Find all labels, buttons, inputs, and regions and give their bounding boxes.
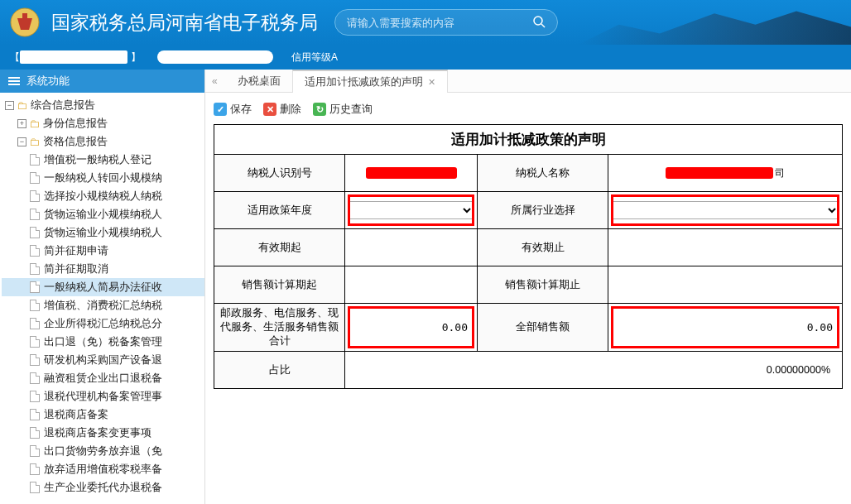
collapse-icon[interactable]: − — [5, 101, 14, 110]
folder-icon: 🗀 — [29, 118, 40, 130]
policy-year-select[interactable] — [348, 201, 474, 219]
label-policy-year: 适用政策年度 — [214, 192, 345, 228]
tree-leaf[interactable]: 货物运输业小规模纳税人 — [2, 205, 204, 223]
tree-leaf[interactable]: 一般纳税人简易办法征收 — [2, 278, 204, 296]
label-valid-from: 有效期起 — [214, 229, 345, 266]
redacted-value — [666, 167, 773, 179]
value-service-sales[interactable]: 0.00 — [345, 304, 478, 351]
app-title: 国家税务总局河南省电子税务局 — [51, 10, 318, 36]
label-sales-calc-from: 销售额计算期起 — [214, 266, 345, 303]
value-taxpayer-id — [345, 155, 478, 191]
label-valid-to: 有效期止 — [478, 229, 608, 266]
header-decoration — [578, 0, 851, 45]
tax-logo-icon — [8, 6, 41, 39]
save-icon: ✓ — [214, 103, 227, 116]
industry-select[interactable] — [611, 201, 839, 219]
tree-leaf[interactable]: 融资租赁企业出口退税备 — [2, 369, 204, 387]
file-icon — [30, 227, 40, 238]
label-ratio: 占比 — [214, 352, 345, 388]
history-icon: ↻ — [313, 103, 326, 116]
label-sales-calc-to: 销售额计算期止 — [478, 266, 608, 303]
tree-leaf[interactable]: 选择按小规模纳税人纳税 — [2, 187, 204, 205]
toolbar: ✓ 保存 ✕ 删除 ↻ 历史查询 — [214, 99, 843, 119]
file-icon — [30, 336, 40, 348]
redacted-value — [366, 167, 457, 179]
search-box[interactable] — [334, 9, 558, 36]
value-ratio: 0.00000000% — [345, 352, 842, 388]
file-icon — [30, 318, 40, 329]
svg-line-3 — [541, 24, 545, 27]
value-sales-calc-from[interactable] — [345, 266, 478, 303]
tree-leaf[interactable]: 简并征期申请 — [2, 242, 204, 260]
save-button[interactable]: ✓ 保存 — [214, 103, 252, 117]
file-icon — [30, 209, 40, 220]
file-icon — [30, 172, 40, 184]
collapse-icon[interactable]: − — [17, 137, 26, 146]
sidebar: 系统功能 − 🗀 综合信息报告 + 🗀 身份信息报告 − 🗀 资格信息报告 增值… — [0, 70, 205, 504]
tree-node-root[interactable]: − 🗀 综合信息报告 — [2, 96, 204, 114]
value-industry[interactable] — [608, 192, 842, 228]
tab-current[interactable]: 适用加计抵减政策的声明 ✕ — [292, 70, 448, 93]
tree-leaf[interactable]: 企业所得税汇总纳税总分 — [2, 314, 204, 333]
tree-leaf[interactable]: 退税代理机构备案管理事 — [2, 387, 204, 406]
grip-icon — [8, 77, 20, 85]
tree-leaf[interactable]: 退税商店备案 — [2, 406, 204, 424]
tree-leaf[interactable]: 货物运输业小规模纳税人 — [2, 223, 204, 242]
tree-leaf[interactable]: 放弃适用增值税零税率备 — [2, 460, 204, 478]
label-taxpayer-name: 纳税人名称 — [478, 155, 608, 191]
taxpayer-redacted — [20, 50, 127, 64]
file-icon — [30, 391, 40, 402]
file-icon — [30, 154, 40, 166]
folder-icon: 🗀 — [29, 136, 40, 148]
file-icon — [30, 409, 40, 420]
tree-leaf[interactable]: 退税商店备案变更事项 — [2, 424, 204, 442]
value-valid-from[interactable] — [345, 229, 478, 266]
delete-button[interactable]: ✕ 删除 — [263, 103, 301, 117]
file-icon — [30, 463, 40, 475]
bracket-right: 】 — [131, 50, 141, 65]
declaration-form: 适用加计抵减政策的声明 纳税人识别号 纳税人名称 司 适用政策年度 所属行业选择 — [214, 124, 843, 389]
value-valid-to[interactable] — [608, 229, 842, 266]
file-icon — [30, 263, 40, 275]
label-industry: 所属行业选择 — [478, 192, 608, 228]
tree-leaf[interactable]: 一般纳税人转回小规模纳 — [2, 169, 204, 187]
file-icon — [30, 372, 40, 384]
file-icon — [30, 245, 40, 257]
expand-icon[interactable]: + — [17, 119, 26, 128]
folder-icon: 🗀 — [17, 99, 27, 112]
file-icon — [30, 427, 40, 439]
file-icon — [30, 281, 40, 293]
svg-rect-1 — [22, 13, 27, 18]
tree-leaf[interactable]: 出口退（免）税备案管理 — [2, 333, 204, 351]
file-icon — [30, 445, 40, 457]
tree-node-identity[interactable]: + 🗀 身份信息报告 — [2, 114, 204, 132]
nav-tree: − 🗀 综合信息报告 + 🗀 身份信息报告 − 🗀 资格信息报告 增值税一般纳税… — [0, 93, 204, 504]
tree-node-qualify[interactable]: − 🗀 资格信息报告 — [2, 132, 204, 151]
history-button[interactable]: ↻ 历史查询 — [313, 103, 373, 117]
main-area: « 办税桌面 适用加计抵减政策的声明 ✕ ✓ 保存 ✕ 删除 ↻ 历史查询 适用… — [205, 70, 851, 504]
delete-icon: ✕ — [263, 103, 276, 116]
tree-leaf[interactable]: 生产企业委托代办退税备 — [2, 478, 204, 497]
sub-header: 【 】 信用等级A — [0, 45, 851, 70]
tree-leaf[interactable]: 增值税、消费税汇总纳税 — [2, 296, 204, 314]
tree-leaf[interactable]: 出口货物劳务放弃退（免 — [2, 442, 204, 460]
svg-point-2 — [534, 17, 542, 25]
value-sales-calc-to[interactable] — [608, 266, 842, 303]
value-taxpayer-name: 司 — [608, 155, 842, 191]
value-total-sales[interactable]: 0.00 — [608, 304, 842, 351]
file-icon — [30, 354, 40, 366]
tree-leaf[interactable]: 研发机构采购国产设备退 — [2, 351, 204, 369]
file-icon — [30, 300, 40, 311]
app-header: 国家税务总局河南省电子税务局 — [0, 0, 851, 45]
tree-leaf[interactable]: 简并征期取消 — [2, 260, 204, 278]
tree-leaf[interactable]: 增值税一般纳税人登记 — [2, 151, 204, 169]
label-total-sales: 全部销售额 — [478, 304, 608, 351]
value-policy-year[interactable] — [345, 192, 478, 228]
file-icon — [30, 482, 40, 493]
close-icon[interactable]: ✕ — [428, 77, 435, 88]
tab-desk[interactable]: 办税桌面 — [226, 70, 292, 93]
collapse-sidebar-icon[interactable]: « — [212, 75, 218, 87]
search-input[interactable] — [347, 17, 526, 29]
file-icon — [30, 190, 40, 202]
search-icon[interactable] — [532, 15, 546, 31]
